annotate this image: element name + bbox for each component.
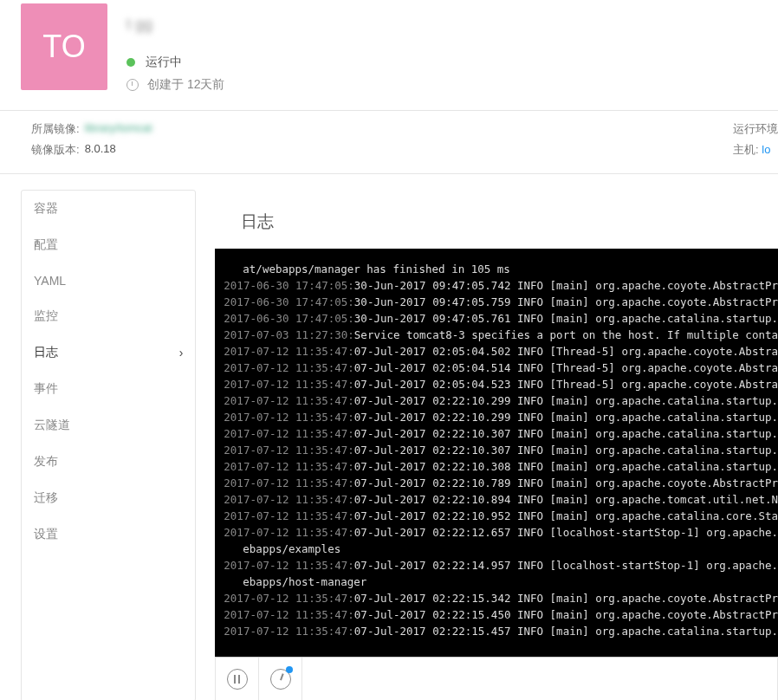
log-timestamp: 2017-07-12 11:35:47: <box>224 509 354 522</box>
main-panel: 日志 at/webapps/manager has finished in 10… <box>215 190 778 700</box>
image-value: library/tomcat <box>85 121 152 137</box>
log-timestamp: 2017-07-12 11:35:47: <box>224 411 354 424</box>
app-header: TO t gg 运行中 创建于 12天前 <box>0 0 778 110</box>
app-name: t gg <box>126 16 224 34</box>
log-line: ebapps/examples <box>224 541 778 557</box>
log-message: 30-Jun-2017 09:47:05.742 INFO [main] org… <box>354 279 778 292</box>
log-timestamp: 2017-07-12 11:35:47: <box>224 493 354 506</box>
sidebar-item-label: 配置 <box>34 237 58 253</box>
log-line: 2017-07-12 11:35:47:07-Jul-2017 02:22:14… <box>224 557 778 574</box>
app-info: t gg 运行中 创建于 12天前 <box>107 3 224 93</box>
log-message: 07-Jul-2017 02:22:15.450 INFO [main] org… <box>354 608 778 621</box>
log-timestamp: 2017-07-12 11:35:47: <box>224 592 354 605</box>
log-timestamp: 2017-07-12 11:35:47: <box>224 608 354 621</box>
log-timestamp: 2017-07-12 11:35:47: <box>224 378 354 391</box>
log-message: 07-Jul-2017 02:22:10.308 INFO [main] org… <box>354 460 778 473</box>
log-timestamp: 2017-07-12 11:35:47: <box>224 444 354 457</box>
log-timestamp: 2017-07-12 11:35:47: <box>224 559 354 572</box>
pause-icon <box>227 669 248 690</box>
log-line: 2017-07-12 11:35:47:07-Jul-2017 02:05:04… <box>224 343 778 360</box>
log-line: 2017-07-12 11:35:47:07-Jul-2017 02:22:15… <box>224 623 778 639</box>
pause-button[interactable] <box>216 658 259 700</box>
log-timestamp: 2017-07-12 11:35:47: <box>224 394 354 407</box>
log-line: 2017-07-12 11:35:47:07-Jul-2017 02:22:10… <box>224 442 778 458</box>
status-dot-icon <box>126 58 135 67</box>
log-message: 30-Jun-2017 09:47:05.761 INFO [main] org… <box>354 312 778 325</box>
sidebar-item-4[interactable]: 日志› <box>22 334 195 371</box>
created-row: 创建于 12天前 <box>126 77 224 93</box>
log-message: 07-Jul-2017 02:22:15.342 INFO [main] org… <box>354 592 778 605</box>
log-line: 2017-06-30 17:47:05:30-Jun-2017 09:47:05… <box>224 294 778 310</box>
sidebar-item-5[interactable]: 事件 <box>22 371 195 407</box>
log-message: 07-Jul-2017 02:22:14.957 INFO [localhost… <box>354 559 778 572</box>
version-value: 8.0.18 <box>85 142 116 158</box>
sidebar-item-label: 事件 <box>34 381 58 397</box>
log-line: 2017-07-12 11:35:47:07-Jul-2017 02:05:04… <box>224 360 778 376</box>
app-avatar: TO <box>21 3 107 90</box>
log-timestamp: 2017-07-12 11:35:47: <box>224 361 354 374</box>
log-line: 2017-07-12 11:35:47:07-Jul-2017 02:05:04… <box>224 376 778 392</box>
log-line: 2017-07-12 11:35:47:07-Jul-2017 02:22:15… <box>224 606 778 623</box>
sidebar-item-label: YAML <box>34 274 66 288</box>
sidebar-item-label: 设置 <box>34 527 58 542</box>
log-line: 2017-06-30 17:47:05:30-Jun-2017 09:47:05… <box>224 277 778 294</box>
log-message: 30-Jun-2017 09:47:05.759 INFO [main] org… <box>354 295 778 308</box>
sidebar-item-8[interactable]: 迁移 <box>22 480 195 516</box>
log-message: 07-Jul-2017 02:22:15.457 INFO [main] org… <box>354 625 778 638</box>
log-message: 07-Jul-2017 02:22:10.299 INFO [main] org… <box>354 411 778 424</box>
log-console[interactable]: at/webapps/manager has finished in 105 m… <box>215 249 778 657</box>
log-message: 07-Jul-2017 02:22:12.657 INFO [localhost… <box>354 526 778 539</box>
sidebar-item-3[interactable]: 监控 <box>22 298 195 334</box>
log-line: 2017-07-12 11:35:47:07-Jul-2017 02:22:12… <box>224 524 778 541</box>
env-label: 运行环境 <box>733 122 778 135</box>
log-timestamp: 2017-07-12 11:35:47: <box>224 625 354 638</box>
meta-bar: 所属镜像: library/tomcat 镜像版本: 8.0.18 运行环境 主… <box>0 111 778 173</box>
log-line: 2017-06-30 17:47:05:30-Jun-2017 09:47:05… <box>224 310 778 327</box>
sidebar-item-label: 日志 <box>34 345 58 360</box>
log-line: ebapps/host-manager <box>224 574 778 590</box>
log-timestamp: 2017-06-30 17:47:05: <box>224 312 354 325</box>
log-line: 2017-07-12 11:35:47:07-Jul-2017 02:22:10… <box>224 458 778 475</box>
sidebar-item-0[interactable]: 容器 <box>22 191 195 227</box>
log-line: 2017-07-12 11:35:47:07-Jul-2017 02:22:10… <box>224 409 778 425</box>
sidebar-item-label: 发布 <box>34 454 58 470</box>
log-message: 07-Jul-2017 02:22:10.894 INFO [main] org… <box>354 493 778 506</box>
sidebar-item-1[interactable]: 配置 <box>22 227 195 263</box>
log-line: 2017-07-12 11:35:47:07-Jul-2017 02:22:10… <box>224 491 778 508</box>
log-message: 07-Jul-2017 02:22:10.307 INFO [main] org… <box>354 444 778 457</box>
realtime-button[interactable] <box>259 658 302 700</box>
sidebar-item-label: 监控 <box>34 308 58 324</box>
log-message: 07-Jul-2017 02:22:10.307 INFO [main] org… <box>354 427 778 440</box>
log-message: Service tomcat8-3 specifies a port on th… <box>354 328 778 341</box>
log-message: at/webapps/manager has finished in 105 m… <box>243 262 510 275</box>
log-line: 2017-07-12 11:35:47:07-Jul-2017 02:22:15… <box>224 590 778 606</box>
log-message: 07-Jul-2017 02:05:04.523 INFO [Thread-5]… <box>354 378 778 391</box>
host-value: lo <box>762 143 770 156</box>
log-message: 07-Jul-2017 02:05:04.514 INFO [Thread-5]… <box>354 361 778 374</box>
log-timestamp: 2017-06-30 17:47:05: <box>224 295 354 308</box>
log-timestamp: 2017-07-03 11:27:30: <box>224 328 354 341</box>
log-timestamp: 2017-07-12 11:35:47: <box>224 476 354 489</box>
log-line: 2017-07-03 11:27:30:Service tomcat8-3 sp… <box>224 327 778 343</box>
sidebar-item-2[interactable]: YAML <box>22 263 195 298</box>
chevron-right-icon: › <box>179 346 184 360</box>
log-line: 2017-07-12 11:35:47:07-Jul-2017 02:22:10… <box>224 392 778 409</box>
sidebar-item-label: 云隧道 <box>34 418 70 433</box>
log-message: ebapps/host-manager <box>243 575 366 588</box>
log-message: 07-Jul-2017 02:22:10.952 INFO [main] org… <box>354 509 778 522</box>
panel-title: 日志 <box>215 190 778 249</box>
sidebar-item-label: 迁移 <box>34 490 58 506</box>
status-text: 运行中 <box>146 55 182 70</box>
sidebar: 容器配置YAML监控日志›事件云隧道发布迁移设置 <box>21 190 196 700</box>
image-label: 所属镜像: <box>31 121 80 137</box>
sidebar-item-9[interactable]: 设置 <box>22 516 195 553</box>
log-timestamp: 2017-07-12 11:35:47: <box>224 526 354 539</box>
sidebar-item-7[interactable]: 发布 <box>22 444 195 480</box>
log-timestamp: 2017-07-12 11:35:47: <box>224 345 354 358</box>
log-message: 07-Jul-2017 02:05:04.502 INFO [Thread-5]… <box>354 345 778 358</box>
notification-dot-icon <box>286 666 293 673</box>
clock-icon <box>126 79 139 91</box>
sidebar-item-6[interactable]: 云隧道 <box>22 407 195 444</box>
log-timestamp: 2017-07-12 11:35:47: <box>224 427 354 440</box>
version-label: 镜像版本: <box>31 142 80 158</box>
